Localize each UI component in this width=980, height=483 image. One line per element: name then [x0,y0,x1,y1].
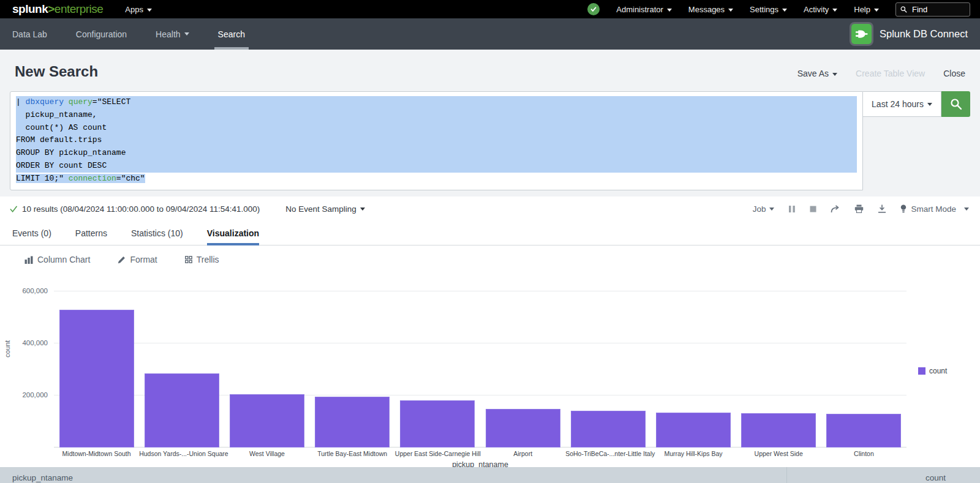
download-icon [878,204,886,213]
chart-type-picker[interactable]: Column Chart [24,255,90,264]
results-tabs: Events (0) Patterns Statistics (10) Visu… [0,221,980,245]
spl-text: count(*) AS count [16,123,107,132]
chevron-down-icon [667,9,672,12]
spl-text: GROUP BY pickup_ntaname [16,148,126,157]
bar-Airport[interactable] [486,409,560,447]
chevron-down-icon [874,9,879,12]
x-category-label: Airport [480,450,565,457]
bar-Upper East Side-Carnegie Hill[interactable] [400,400,475,447]
create-table-view-button[interactable]: Create Table View [856,69,925,78]
share-button[interactable] [831,205,840,213]
top-bar: splunk>enterprise Apps Administrator Mes… [0,0,980,18]
printer-icon [854,204,864,213]
bar-West Village[interactable] [230,394,304,447]
menu-activity[interactable]: Activity [804,5,837,14]
time-range-picker[interactable]: Last 24 hours [863,91,941,117]
trellis-grid-icon [185,256,192,263]
job-menu[interactable]: Job [753,204,775,214]
search-query-input[interactable]: | dbxquery query="SELECT pickup_ntaname,… [10,91,863,190]
tab-statistics[interactable]: Statistics (10) [131,221,183,245]
table-column-header[interactable]: pickup_ntaname [0,467,787,483]
query-line-7: LIMIT 10;" connection="chc" [16,173,857,185]
bar-Turtle Bay-East Midtown[interactable] [315,397,390,447]
query-line-1: | dbxquery query="SELECT [16,96,857,109]
app-name: Splunk DB Connect [880,28,968,40]
x-category-label: West Village [224,450,309,457]
pause-button[interactable] [788,205,796,213]
spl-text: ="SELECT [92,97,130,107]
apps-menu[interactable]: Apps [125,5,152,14]
lightbulb-icon [900,204,907,214]
trellis-button[interactable]: Trellis [185,255,219,264]
format-button[interactable]: Format [118,255,157,264]
menu-help[interactable]: Help [854,5,879,14]
x-category-label: Hudson Yards-...-Union Square [139,450,224,457]
search-mode-menu[interactable]: Smart Mode [900,204,969,214]
chevron-down-icon [769,208,774,211]
query-line-4: FROM default.trips [16,134,857,147]
bar-Clinton[interactable] [826,414,901,447]
db-connect-plug-icon [851,24,872,44]
find-input[interactable] [911,4,960,15]
bar-Murray Hill-Kips Bay[interactable] [656,413,731,447]
x-category-label: Turtle Bay-East Midtown [310,450,395,457]
find-search-box[interactable] [895,2,970,17]
print-button[interactable] [854,204,864,213]
spl-text: ORDER BY count DESC [16,161,107,170]
bar-Midtown-Midtown South[interactable] [59,310,134,447]
search-bar-row: | dbxquery query="SELECT pickup_ntaname,… [0,86,980,197]
gridline-600,000 [54,291,907,291]
save-as-button[interactable]: Save As [797,69,837,78]
y-tick-label: 200,000 [0,391,48,399]
x-category-label: Murray Hill-Kips Bay [650,450,736,457]
chevron-down-icon [184,32,189,36]
x-category-label: Upper West Side [736,450,821,457]
legend-swatch [918,367,925,375]
visualization-controls: Column Chart Format Trellis [0,245,980,264]
search-icon [950,98,962,110]
menu-administrator[interactable]: Administrator [616,5,672,14]
x-category-label: SoHo-TriBeCa-...nter-Little Italy [565,450,650,457]
close-button[interactable]: Close [943,69,965,78]
tab-events[interactable]: Events (0) [12,221,51,245]
query-line-5: GROUP BY pickup_ntaname [16,147,857,160]
page-title: New Search [15,63,98,80]
chevron-down-icon [782,9,787,12]
stop-button[interactable] [810,206,816,212]
chevron-down-icon [147,9,152,12]
spl-param: connection [69,174,116,183]
export-button[interactable] [878,204,886,213]
nav-search[interactable]: Search [218,18,245,50]
chevron-down-icon [964,208,969,211]
tab-patterns[interactable]: Patterns [75,221,107,245]
spl-command: dbxquery [26,97,64,107]
bar-Upper West Side[interactable] [741,413,816,447]
menu-settings[interactable]: Settings [750,5,787,14]
table-column-header[interactable]: count [787,467,980,483]
spl-text: | [16,97,26,107]
menu-messages[interactable]: Messages [688,5,733,14]
chart-plot-area [54,279,907,447]
nav-health[interactable]: Health [156,18,189,50]
column-chart-icon [24,256,33,264]
bar-SoHo-TriBeCa-...nter-Little Italy[interactable] [571,411,646,447]
health-status-icon[interactable] [587,3,600,15]
chevron-down-icon [360,208,365,211]
nav-data-lab[interactable]: Data Lab [12,18,47,50]
x-category-label: Upper East Side-Carnegie Hill [395,450,480,457]
spl-param: query [69,97,92,107]
legend-item-count[interactable]: count [918,367,947,375]
event-sampling-menu[interactable]: No Event Sampling [285,204,365,214]
tab-visualization[interactable]: Visualization [207,221,259,245]
x-category-label: Clinton [821,450,907,457]
search-icon [900,6,907,13]
app-identity[interactable]: Splunk DB Connect [851,24,980,44]
pencil-icon [118,256,126,264]
splunk-logo: splunk>enterprise [12,2,103,16]
bar-Hudson Yards-...-Union Square[interactable] [145,373,219,447]
nav-configuration[interactable]: Configuration [76,18,127,50]
spl-text: ="chc" [116,174,145,183]
results-count-text: 10 results (08/04/2024 11:00:00.000 to 0… [22,204,260,214]
search-button[interactable] [941,91,970,117]
spl-text: LIMIT 10;" [16,174,69,183]
